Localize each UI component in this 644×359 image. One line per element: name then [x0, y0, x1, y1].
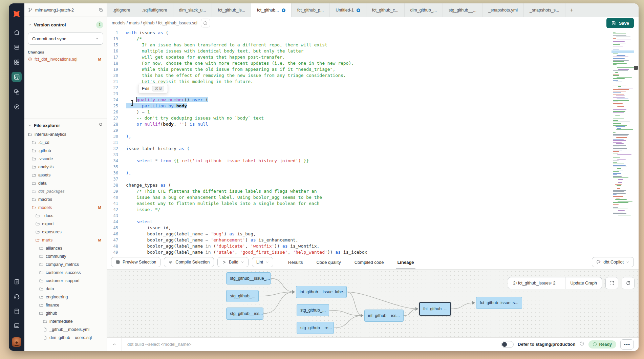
clipboard-icon[interactable]: [12, 276, 22, 287]
edit-tooltip-label[interactable]: Edit: [142, 86, 149, 91]
breadcrumb[interactable]: models / marts / github / fct_github_iss…: [112, 21, 197, 25]
tree-item-customer-support[interactable]: customer_support: [28, 277, 103, 285]
headset-icon[interactable]: [12, 291, 22, 301]
update-graph-button[interactable]: Update Graph: [565, 277, 602, 289]
defer-toggle[interactable]: [501, 341, 514, 348]
file-tab[interactable]: fct_github_c...: [366, 3, 405, 17]
lineage-node-n4[interactable]: int_github__issue_labe...: [296, 286, 347, 298]
file-tab[interactable]: .sqlfluffignore: [136, 3, 173, 17]
lineage-node-n6[interactable]: stg_github__re...: [297, 322, 334, 334]
search-icon[interactable]: [99, 122, 103, 128]
grid-icon[interactable]: [12, 57, 22, 67]
tree-item-analysis[interactable]: analysis: [28, 163, 103, 171]
tree-item-finance[interactable]: finance: [28, 301, 103, 309]
file-tab[interactable]: Untitled-1: [330, 3, 366, 17]
chevron-down-icon: [95, 37, 99, 41]
tree-item-github[interactable]: github: [28, 309, 103, 317]
lineage-node-n1[interactable]: stg_github__issue_...: [226, 272, 271, 284]
branch-name[interactable]: mirnawong1-patch-2: [35, 8, 96, 13]
file-tab[interactable]: dim_github_...: [405, 3, 443, 17]
preview-selection-button[interactable]: Preview Selection: [111, 257, 160, 267]
user-avatar[interactable]: [12, 337, 21, 347]
tree-item-models[interactable]: modelsM: [28, 204, 103, 212]
lint-button[interactable]: Lint: [252, 257, 273, 267]
stack-icon[interactable]: [12, 42, 22, 52]
file-explorer-header[interactable]: File explorer: [28, 120, 103, 130]
file-tab[interactable]: stg_github__...: [443, 3, 482, 17]
tree-item-alliances[interactable]: alliances: [28, 244, 103, 252]
new-tab-button[interactable]: +: [565, 3, 578, 17]
file-tab[interactable]: fct_github_is...: [212, 3, 251, 17]
docs-icon[interactable]: [12, 306, 22, 316]
tree-item--github-models-yml[interactable]: _github__models.yml: [28, 325, 103, 334]
tree-item-marts[interactable]: martsM: [28, 236, 103, 244]
tree-item-export[interactable]: export: [28, 220, 103, 228]
command-input[interactable]: dbt build --select <model_name>: [127, 342, 501, 347]
tree-item-macros[interactable]: macros: [28, 195, 103, 204]
editor-scrollbar[interactable]: [634, 29, 638, 255]
panel-tab-results[interactable]: Results: [288, 255, 303, 269]
changed-file-row[interactable]: fct_dbt_invocations.sql M: [28, 57, 103, 62]
compass-icon[interactable]: [12, 102, 22, 112]
tree-item--github[interactable]: .github: [28, 147, 103, 155]
lineage-canvas[interactable]: 2+fct_github_issues+2 Update Graph stg_g…: [107, 270, 639, 337]
tree-item--docs[interactable]: _docs: [28, 212, 103, 220]
refresh-button[interactable]: [622, 277, 635, 289]
compile-selection-button[interactable]: Compile Selection: [164, 257, 214, 267]
panel-tab-code-quality[interactable]: Code quality: [316, 255, 341, 269]
tree-item-dbt-packages[interactable]: dbt_packages: [28, 187, 103, 195]
file-tab[interactable]: .gitignore: [107, 3, 136, 17]
scrollbar-thumb[interactable]: [634, 66, 638, 70]
tree-item-data[interactable]: data: [28, 179, 103, 187]
tree-item-customer-success[interactable]: customer_success: [28, 269, 103, 277]
lineage-node-n9[interactable]: fct_github_issue_s...: [476, 297, 522, 309]
save-button[interactable]: Save: [606, 18, 634, 28]
lineage-selector-input[interactable]: 2+fct_github_issues+2: [508, 277, 565, 289]
more-options-button[interactable]: •••: [620, 339, 634, 350]
editor-tab-bar: .gitignore.sqlfluffignoredim_slack_u...f…: [107, 3, 639, 17]
code-line: 29: [107, 127, 610, 133]
commit-and-sync-button[interactable]: Commit and sync: [28, 33, 103, 45]
dbt-copilot-button[interactable]: dbt Copilot: [592, 257, 634, 267]
panel-tab-lineage[interactable]: Lineage: [397, 255, 414, 269]
tree-item--vscode[interactable]: .vscode: [28, 155, 103, 163]
file-tab[interactable]: fct_github...: [251, 3, 292, 17]
home-icon[interactable]: [12, 27, 22, 37]
file-tab[interactable]: _snapshots.yml: [482, 3, 524, 17]
fullscreen-button[interactable]: [605, 277, 618, 289]
file-tab[interactable]: _snapshots_s...: [524, 3, 565, 17]
table-icon: [115, 260, 120, 265]
tree-item-internal-analytics[interactable]: internal-analytics: [28, 130, 103, 139]
lineage-node-n2[interactable]: stg_github_...: [226, 290, 259, 302]
dbt-logo-icon[interactable]: [12, 9, 22, 19]
tree-item-community[interactable]: community: [28, 252, 103, 260]
code-area[interactable]: 1with issues as (13 /*15 If an issue has…: [107, 29, 610, 255]
file-tab[interactable]: dim_slack_u...: [173, 3, 212, 17]
tree-item-label: _github__models.yml: [49, 327, 103, 332]
expand-command-bar-button[interactable]: [107, 338, 122, 351]
panel-tab-compiled-code[interactable]: Compiled code: [355, 255, 384, 269]
tree-item-exposures[interactable]: exposures: [28, 228, 103, 236]
lineage-node-n5[interactable]: stg_github_...: [297, 304, 329, 316]
tree-item-data[interactable]: data: [28, 285, 103, 293]
copilot-orb-button[interactable]: [201, 19, 210, 27]
keyboard-icon[interactable]: [12, 320, 22, 331]
version-control-header[interactable]: Version control 1: [28, 20, 103, 30]
lineage-node-n3[interactable]: stg_github__iss...: [226, 308, 263, 320]
file-tab[interactable]: fct_github_p...: [292, 3, 330, 17]
code-editor[interactable]: 1with issues as (13 /*15 If an issue has…: [107, 29, 639, 255]
build-button[interactable]: Build: [217, 257, 249, 267]
copy-branch-icon[interactable]: [98, 7, 103, 13]
tree-item-assets[interactable]: assets: [28, 171, 103, 179]
minimap[interactable]: [613, 32, 632, 216]
tree-item--ci-cd[interactable]: .ci_cd: [28, 139, 103, 147]
tree-item-intermediate[interactable]: intermediate: [28, 317, 103, 325]
tree-item-engineering[interactable]: engineering: [28, 293, 103, 301]
lineage-node-n7[interactable]: int_github__iss...: [364, 310, 404, 322]
tree-item-company-metrics[interactable]: company_metrics: [28, 260, 103, 269]
help-icon[interactable]: [579, 341, 584, 347]
tree-item-dim-github-users-sql[interactable]: dim_github__users.sql: [28, 334, 103, 342]
lineage-node-n8[interactable]: fct_github_...: [419, 302, 451, 316]
diff-icon[interactable]: [12, 87, 22, 97]
develop-ide-icon[interactable]: [12, 72, 22, 82]
